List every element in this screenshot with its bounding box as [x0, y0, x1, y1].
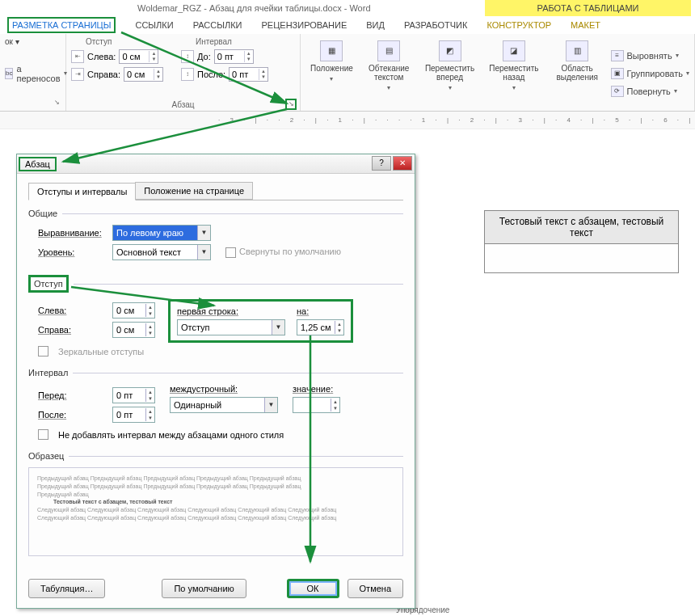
- align-button[interactable]: ≡Выровнять▾: [611, 49, 690, 62]
- ribbon-tabs: РАЗМЕТКА СТРАНИЦЫ ССЫЛКИ РАССЫЛКИ РЕЦЕНЗ…: [0, 16, 695, 34]
- position-label: Положение: [310, 64, 353, 73]
- wrap-label: Обтекание текстом: [367, 64, 411, 82]
- alignment-combo[interactable]: ▼: [112, 225, 211, 241]
- tab-page-layout[interactable]: РАЗМЕТКА СТРАНИЦЫ: [7, 17, 116, 33]
- forward-label: Переместить вперед: [425, 64, 475, 82]
- section-general: Общие: [28, 209, 57, 218]
- space-before-label: До:: [197, 52, 211, 61]
- space-after-icon: ↕: [181, 68, 194, 81]
- indent-right-icon: ⇥: [71, 68, 84, 81]
- section-preview: Образец: [28, 451, 64, 461]
- indent-left-icon: ⇤: [71, 50, 84, 63]
- document-title: Woldemar_RGZ - Абзац для ячейки таблицы.…: [137, 3, 371, 13]
- ribbon: ок ▾ bc а переносов▾ ↘ Отступ ⇤ Слева: ▲…: [0, 34, 695, 112]
- indent-right-dlg-spin[interactable]: ▲▼: [112, 322, 155, 338]
- ok-button[interactable]: ОК: [287, 579, 339, 598]
- align-label: Выровнять: [627, 51, 672, 61]
- backward-icon: ◪: [503, 40, 525, 61]
- contextual-tab-label: РАБОТА С ТАБЛИЦАМИ: [485, 0, 691, 16]
- selection-pane-button[interactable]: ▥Область выделения: [548, 37, 606, 109]
- line-spacing-at-label: значение:: [293, 384, 340, 394]
- send-backward-button[interactable]: ◪Переместить назад▾: [484, 37, 544, 109]
- space-before-dlg-label: Перед:: [38, 390, 106, 400]
- section-spacing: Интервал: [28, 368, 68, 378]
- page-setup-launcher[interactable]: ↘: [51, 99, 62, 110]
- default-button[interactable]: По умолчанию: [162, 579, 246, 598]
- line-spacing-label: междустрочный:: [170, 384, 278, 394]
- backward-label: Переместить назад: [489, 64, 539, 82]
- indent-right-dlg-label: Справа:: [38, 325, 106, 335]
- mirror-indents-checkbox[interactable]: [38, 346, 48, 357]
- indent-left-dlg-spin[interactable]: ▲▼: [112, 302, 155, 319]
- line-spacing-combo[interactable]: ▼: [170, 397, 278, 413]
- section-indent: Отступ: [28, 275, 69, 293]
- indent-right-label: Справа:: [87, 70, 120, 79]
- space-after-label: После:: [197, 70, 225, 79]
- paragraph-dialog: Абзац ? ✕ Отступы и интервалы Положение …: [16, 154, 415, 609]
- close-button[interactable]: ✕: [393, 156, 412, 171]
- group-button[interactable]: ▣Группировать▾: [611, 67, 690, 80]
- indent-heading: Отступ: [86, 37, 163, 46]
- space-before-spin[interactable]: ▲▼: [214, 49, 254, 64]
- tab-mailings[interactable]: РАССЫЛКИ: [193, 20, 242, 30]
- group-label-btn: Группировать: [627, 69, 684, 78]
- rotate-icon: ⟳: [611, 86, 624, 97]
- cancel-button[interactable]: Отмена: [348, 579, 403, 598]
- position-icon: ▦: [320, 40, 343, 61]
- tab-developer[interactable]: РАЗРАБОТЧИК: [404, 20, 467, 30]
- tab-table-layout[interactable]: МАКЕТ: [571, 20, 600, 30]
- first-line-label: первая строка:: [177, 306, 285, 316]
- indent-left-label: Слева:: [87, 52, 116, 61]
- tab-references[interactable]: ССЫЛКИ: [135, 20, 173, 30]
- indent-left-dlg-label: Слева:: [38, 306, 106, 315]
- wrap-text-button[interactable]: ▤Обтекание текстом▾: [362, 37, 415, 109]
- hyphenation-icon: bc: [5, 68, 13, 79]
- hyphenation-button[interactable]: bc а переносов▾: [5, 63, 61, 84]
- tab-line-breaks[interactable]: Положение на странице: [135, 182, 253, 200]
- spacing-heading: Интервал: [196, 37, 268, 46]
- by-spin[interactable]: ▲▼: [297, 319, 344, 335]
- outline-level-combo[interactable]: ▼: [112, 244, 211, 260]
- mirror-indents-label: Зеркальные отступы: [58, 347, 144, 357]
- bring-forward-button[interactable]: ◩Переместить вперед▾: [420, 37, 480, 109]
- dialog-title: Абзац: [19, 157, 57, 171]
- tabs-button[interactable]: Табуляция…: [28, 579, 105, 598]
- table-cell-empty[interactable]: [485, 244, 679, 273]
- position-button[interactable]: ▦Положение▾: [305, 37, 358, 109]
- paragraph-launcher[interactable]: ↘: [285, 99, 297, 110]
- table-cell-with-paragraph[interactable]: Тестовый текст с абзацем, тестовый текст: [485, 211, 679, 244]
- space-after-dlg-spin[interactable]: ▲▼: [112, 407, 155, 423]
- document-table: Тестовый текст с абзацем, тестовый текст: [484, 210, 679, 273]
- tab-review[interactable]: РЕЦЕНЗИРОВАНИЕ: [261, 20, 347, 30]
- hyphenation-label: а переносов: [16, 64, 60, 83]
- indent-left-spin[interactable]: ▲▼: [119, 49, 158, 64]
- selection-pane-label: Область выделения: [553, 64, 601, 82]
- collapsed-label: Свернуты по умолчанию: [239, 247, 341, 256]
- wrap-icon: ▤: [377, 40, 400, 61]
- noadd-label: Не добавлять интервал между абзацами одн…: [58, 430, 284, 440]
- ruler: · 3 · | · · 2 · | · 1 · | · · · · 1 · | …: [0, 112, 695, 129]
- space-before-icon: ↕: [181, 50, 194, 63]
- space-after-dlg-label: После:: [38, 410, 106, 420]
- tab-indents-spacing[interactable]: Отступы и интервалы: [28, 183, 136, 200]
- collapsed-checkbox[interactable]: [225, 247, 236, 258]
- forward-icon: ◩: [439, 40, 461, 61]
- noadd-checkbox[interactable]: [38, 429, 48, 440]
- tab-view[interactable]: ВИД: [366, 20, 385, 30]
- selection-pane-icon: ▥: [566, 40, 588, 61]
- tab-table-design[interactable]: КОНСТРУКТОР: [486, 20, 551, 30]
- space-after-spin[interactable]: ▲▼: [229, 67, 268, 82]
- dialog-titlebar[interactable]: Абзац ? ✕: [17, 154, 415, 174]
- line-spacing-at-spin[interactable]: ▲▼: [293, 397, 340, 413]
- help-button[interactable]: ?: [372, 156, 391, 171]
- preview-box: Предыдущий абзац Предыдущий абзац Предыд…: [28, 467, 403, 556]
- alignment-label: Выравнивание:: [38, 228, 106, 238]
- outline-level-label: Уровень:: [38, 247, 106, 257]
- paragraph-group-label: Абзац: [171, 100, 194, 109]
- align-icon: ≡: [611, 50, 624, 61]
- rotate-button[interactable]: ⟳Повернуть▾: [611, 85, 690, 98]
- group-icon: ▣: [611, 68, 624, 79]
- first-line-combo[interactable]: ▼: [177, 319, 285, 335]
- space-before-dlg-spin[interactable]: ▲▼: [112, 387, 155, 403]
- indent-right-spin[interactable]: ▲▼: [124, 67, 163, 82]
